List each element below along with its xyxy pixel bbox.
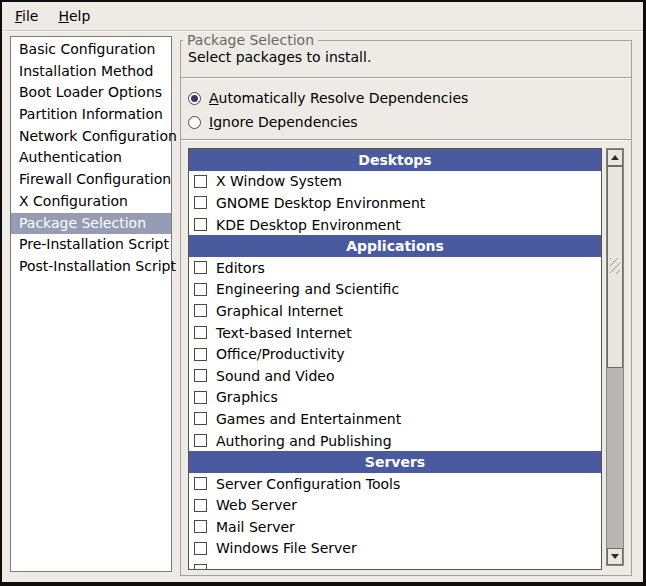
sidebar-item-post-installation-script[interactable]: Post-Installation Script xyxy=(11,256,171,278)
radio-indicator[interactable] xyxy=(188,116,201,129)
sidebar-item-pre-installation-script[interactable]: Pre-Installation Script xyxy=(11,234,171,256)
sidebar-item-firewall-configuration[interactable]: Firewall Configuration xyxy=(11,169,171,191)
vertical-scrollbar[interactable] xyxy=(606,148,624,566)
package-checkbox[interactable] xyxy=(194,196,207,209)
category-header-applications: Applications xyxy=(189,235,601,257)
package-row[interactable]: Text-based Internet xyxy=(189,322,601,344)
package-label: Graphics xyxy=(216,389,278,405)
package-label: KDE Desktop Environment xyxy=(216,217,401,233)
menu-file-accel: F xyxy=(15,8,22,24)
package-label: Text-based Internet xyxy=(216,325,352,341)
package-row[interactable]: Office/Productivity xyxy=(189,343,601,365)
category-header-servers: Servers xyxy=(189,451,601,473)
package-label: Editors xyxy=(216,260,265,276)
menu-help-label: elp xyxy=(69,8,90,24)
package-checkbox[interactable] xyxy=(194,304,207,317)
package-label: Authoring and Publishing xyxy=(216,433,392,449)
package-checkbox[interactable] xyxy=(194,326,207,339)
package-label: Office/Productivity xyxy=(216,346,345,362)
package-row[interactable]: KDE Desktop Environment xyxy=(189,214,601,236)
package-checkbox[interactable] xyxy=(194,412,207,425)
package-row[interactable]: Engineering and Scientific xyxy=(189,279,601,301)
package-checkbox[interactable] xyxy=(194,261,207,274)
package-row[interactable]: Sound and Video xyxy=(189,365,601,387)
sidebar-item-authentication[interactable]: Authentication xyxy=(11,147,171,169)
package-checkbox[interactable] xyxy=(194,283,207,296)
sidebar-item-package-selection[interactable]: Package Selection xyxy=(11,213,171,235)
package-label: Web Server xyxy=(216,497,297,513)
menu-bar: File Help xyxy=(2,2,643,30)
scrollbar-thumb[interactable] xyxy=(607,166,623,368)
radio-ignore-dependencies[interactable]: Ignore Dependencies xyxy=(188,111,358,133)
scrollbar-grip-icon xyxy=(610,258,620,274)
scroll-up-button[interactable] xyxy=(607,149,623,166)
package-list: Desktops X Window System GNOME Desktop E… xyxy=(188,148,602,570)
package-checkbox[interactable] xyxy=(194,348,207,361)
package-row[interactable]: Graphical Internet xyxy=(189,300,601,322)
category-header-desktops: Desktops xyxy=(189,149,601,171)
frame-title: Package Selection xyxy=(183,32,318,49)
package-checkbox[interactable] xyxy=(194,477,207,490)
package-checkbox[interactable] xyxy=(194,564,207,570)
package-checkbox[interactable] xyxy=(194,218,207,231)
package-row-partial[interactable] xyxy=(189,559,601,570)
menubar-separator xyxy=(2,30,643,32)
package-label: X Window System xyxy=(216,173,342,189)
package-label: Sound and Video xyxy=(216,368,335,384)
menu-help[interactable]: Help xyxy=(53,6,95,26)
sidebar-item-x-configuration[interactable]: X Configuration xyxy=(11,191,171,213)
package-label: Server Configuration Tools xyxy=(216,476,400,492)
sidebar-item-network-configuration[interactable]: Network Configuration xyxy=(11,126,171,148)
sidebar-item-basic-configuration[interactable]: Basic Configuration xyxy=(11,39,171,61)
package-checkbox[interactable] xyxy=(194,542,207,555)
package-row[interactable]: Windows File Server xyxy=(189,538,601,560)
radio-auto-resolve-dependencies[interactable]: Automatically Resolve Dependencies xyxy=(188,87,468,109)
package-label: Graphical Internet xyxy=(216,303,343,319)
frame-description: Select packages to install. xyxy=(188,49,371,65)
package-row[interactable]: Web Server xyxy=(189,495,601,517)
package-label: Games and Entertainment xyxy=(216,411,401,427)
menu-help-accel: H xyxy=(58,8,69,24)
package-checkbox[interactable] xyxy=(194,369,207,382)
package-row[interactable]: Editors xyxy=(189,257,601,279)
package-checkbox[interactable] xyxy=(194,499,207,512)
package-checkbox[interactable] xyxy=(194,520,207,533)
package-checkbox[interactable] xyxy=(194,434,207,447)
separator xyxy=(181,139,631,141)
package-row[interactable]: Server Configuration Tools xyxy=(189,473,601,495)
radio-label: Ignore Dependencies xyxy=(209,114,358,130)
separator xyxy=(181,77,631,79)
sidebar-item-boot-loader-options[interactable]: Boot Loader Options xyxy=(11,82,171,104)
triangle-down-icon xyxy=(611,554,619,559)
package-row[interactable]: Authoring and Publishing xyxy=(189,430,601,452)
sidebar-item-installation-method[interactable]: Installation Method xyxy=(11,61,171,83)
radio-indicator[interactable] xyxy=(188,92,201,105)
sidebar-item-partition-information[interactable]: Partition Information xyxy=(11,104,171,126)
radio-label: Automatically Resolve Dependencies xyxy=(209,90,468,106)
package-checkbox[interactable] xyxy=(194,391,207,404)
package-label: GNOME Desktop Environment xyxy=(216,195,425,211)
package-row[interactable]: Mail Server xyxy=(189,516,601,538)
menu-file-label: ile xyxy=(22,8,38,24)
scroll-down-button[interactable] xyxy=(607,548,623,565)
package-row[interactable]: X Window System xyxy=(189,171,601,193)
kickstart-configurator-window: File Help Basic Configuration Installati… xyxy=(0,0,646,586)
triangle-up-icon xyxy=(611,155,619,160)
package-label: Engineering and Scientific xyxy=(216,281,399,297)
package-checkbox[interactable] xyxy=(194,175,207,188)
menu-file[interactable]: File xyxy=(10,6,43,26)
package-row[interactable]: Graphics xyxy=(189,387,601,409)
package-label: Mail Server xyxy=(216,519,295,535)
package-row[interactable]: Games and Entertainment xyxy=(189,408,601,430)
package-label: Windows File Server xyxy=(216,540,357,556)
package-row[interactable]: GNOME Desktop Environment xyxy=(189,192,601,214)
sidebar-nav: Basic Configuration Installation Method … xyxy=(10,36,172,572)
